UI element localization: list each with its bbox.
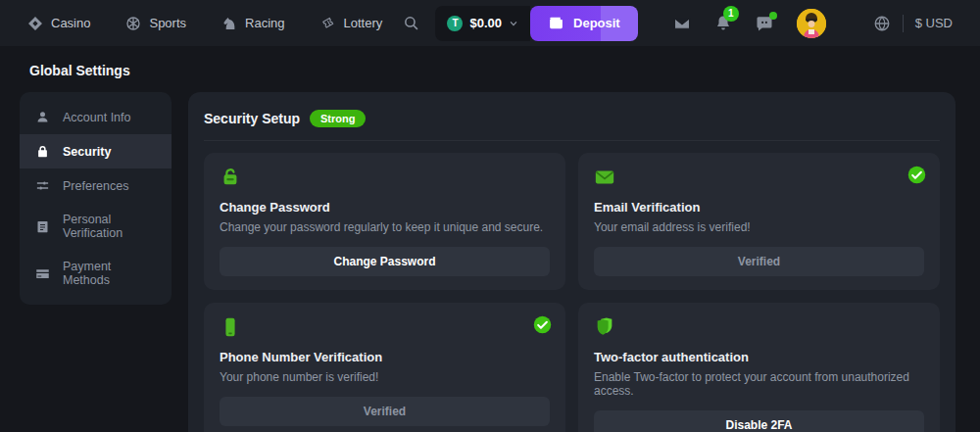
card-icon-wrap: [594, 315, 924, 339]
shield-icon: [594, 316, 615, 338]
phone-verification-card: Phone Number Verification Your phone num…: [204, 303, 565, 432]
balance-amount: $0.00: [469, 16, 502, 30]
sidebar-item-label: Security: [63, 145, 111, 159]
card-description: Your email address is verified!: [594, 220, 924, 234]
card-icon-wrap: [220, 315, 550, 339]
nav-item-casino[interactable]: Casino: [27, 16, 90, 31]
security-panel: Security Setup Strong Change Password Ch…: [188, 92, 956, 432]
phone-icon: [220, 316, 241, 338]
disable-2fa-button[interactable]: Disable 2FA: [594, 410, 924, 432]
phone-verified-button[interactable]: Verified: [220, 397, 550, 426]
wallet-group: T $0.00 Deposit: [435, 6, 637, 41]
sidebar-item-preferences[interactable]: Preferences: [20, 168, 172, 203]
navbar-right: T $0.00 Deposit 1: [403, 6, 953, 41]
verified-check-icon: [533, 315, 552, 334]
nav-item-label: Racing: [245, 16, 284, 30]
card-icon-wrap: [594, 166, 924, 189]
user-avatar[interactable]: [797, 9, 826, 38]
card-title: Email Verification: [594, 200, 924, 215]
card-title: Phone Number Verification: [220, 350, 550, 364]
credit-card-icon: [35, 266, 50, 281]
search-button[interactable]: [403, 15, 419, 31]
racing-icon: [221, 16, 237, 31]
change-password-button[interactable]: Change Password: [220, 247, 550, 276]
tether-coin-icon: T: [447, 16, 463, 31]
card-title: Change Password: [220, 200, 550, 215]
verified-check-icon: [907, 166, 926, 184]
strength-badge: Strong: [310, 110, 366, 127]
nav-item-lottery[interactable]: Lottery: [320, 16, 383, 31]
sidebar-item-security[interactable]: Security: [20, 134, 172, 168]
sidebar-item-label: Account Info: [63, 111, 131, 124]
sidebar-item-label: Personal Verification: [63, 213, 156, 240]
casino-icon: [27, 16, 43, 31]
sidebar-item-label: Preferences: [63, 179, 128, 193]
notifications-button[interactable]: 1: [714, 15, 732, 32]
user-icon: [35, 110, 50, 124]
sidebar-item-label: Payment Methods: [63, 260, 156, 287]
divider: [204, 140, 940, 141]
lottery-icon: [320, 16, 336, 31]
envelope-icon: [673, 15, 691, 32]
locale-currency: $ USD: [873, 15, 953, 32]
email-verified-button[interactable]: Verified: [594, 247, 924, 276]
card-description: Your phone number is verified!: [220, 370, 550, 384]
settings-sidebar: Account Info Security Preferences Person…: [20, 92, 172, 305]
balance-selector[interactable]: T $0.00: [435, 6, 530, 41]
page-title: Global Settings: [29, 63, 956, 78]
wallet-icon: [548, 15, 564, 31]
email-verification-card: Email Verification Your email address is…: [578, 153, 940, 290]
document-icon: [35, 219, 50, 234]
nav-item-sports[interactable]: Sports: [125, 16, 186, 31]
navbar-icon-group: 1 $ USD: [673, 9, 953, 38]
chat-online-dot: [769, 12, 777, 20]
top-navbar: Casino Sports Racing Lottery T $0.00: [0, 0, 980, 46]
sidebar-item-personal-verification[interactable]: Personal Verification: [20, 203, 172, 250]
deposit-label: Deposit: [573, 16, 620, 30]
main-nav: Casino Sports Racing Lottery: [27, 16, 382, 31]
nav-item-label: Sports: [149, 16, 186, 30]
change-password-card: Change Password Change your password reg…: [204, 153, 565, 290]
two-factor-card: Two-factor authentication Enable Two-fac…: [578, 303, 940, 432]
settings-page: Global Settings Account Info Security Pr…: [0, 46, 980, 432]
chevron-down-icon: [509, 19, 518, 28]
notification-badge: 1: [723, 6, 739, 22]
card-description: Enable Two-factor to protect your accoun…: [594, 370, 924, 398]
mail-icon: [594, 167, 615, 188]
globe-icon[interactable]: [873, 15, 891, 32]
search-icon: [403, 15, 419, 31]
nav-item-label: Lottery: [344, 16, 383, 30]
card-icon-wrap: [220, 166, 550, 189]
chat-button[interactable]: [756, 15, 773, 32]
sliders-icon: [35, 178, 50, 193]
vertical-divider: [903, 15, 904, 32]
security-cards: Change Password Change your password reg…: [204, 153, 940, 432]
sidebar-item-payment-methods[interactable]: Payment Methods: [20, 250, 172, 297]
sidebar-item-account-info[interactable]: Account Info: [20, 100, 172, 134]
nav-item-label: Casino: [51, 16, 90, 30]
nav-item-racing[interactable]: Racing: [221, 16, 284, 31]
card-title: Two-factor authentication: [594, 350, 924, 364]
avatar-image: [797, 9, 826, 38]
deposit-button[interactable]: Deposit: [530, 6, 638, 41]
unlock-icon: [220, 167, 241, 188]
sports-icon: [125, 16, 141, 31]
messages-button[interactable]: [673, 15, 691, 32]
currency-selector[interactable]: $ USD: [915, 16, 953, 30]
lock-icon: [35, 144, 50, 159]
panel-title: Security Setup: [204, 111, 300, 126]
card-description: Change your password regularly to keep i…: [220, 220, 550, 234]
